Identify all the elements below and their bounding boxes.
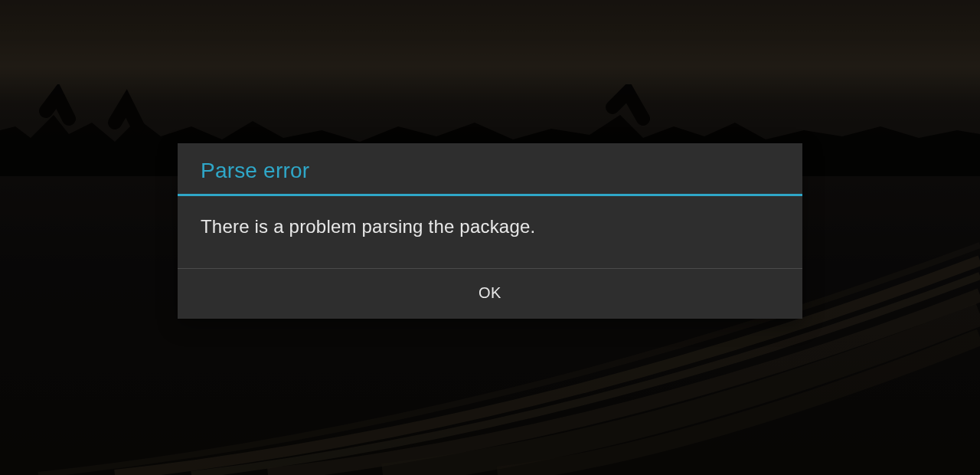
dialog-message: There is a problem parsing the package. [178, 196, 802, 268]
dialog-title: Parse error [178, 143, 802, 194]
ok-button[interactable]: OK [178, 269, 802, 319]
error-dialog: Parse error There is a problem parsing t… [178, 143, 802, 319]
